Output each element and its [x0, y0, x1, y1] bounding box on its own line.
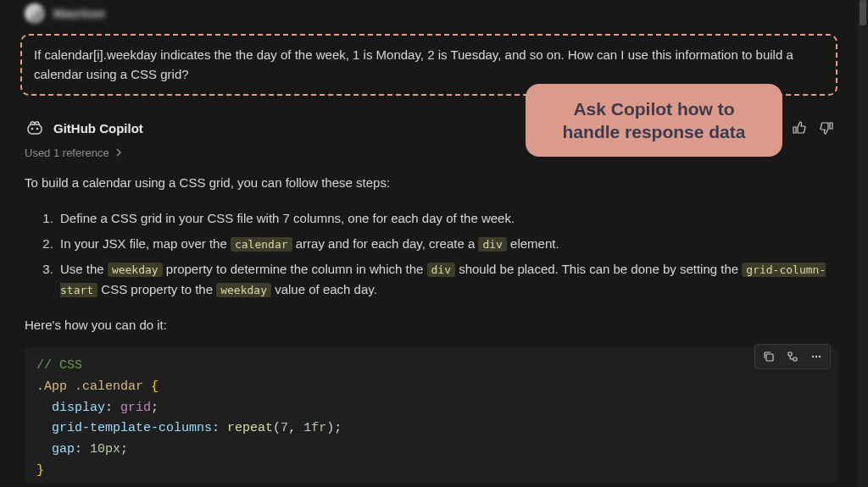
response-intro: To build a calendar using a CSS grid, yo…	[25, 173, 837, 193]
assistant-name: GitHub Copilot	[53, 121, 143, 136]
svg-point-2	[36, 128, 39, 130]
step-item: In your JSX file, map over the calendar …	[57, 234, 837, 254]
assistant-response: To build a calendar using a CSS grid, yo…	[20, 173, 837, 482]
svg-rect-3	[766, 354, 773, 361]
inline-code: weekday	[108, 263, 163, 277]
svg-rect-5	[793, 357, 797, 361]
annotation-callout: Ask Copilot how to handle response data	[526, 84, 782, 157]
code-block: // CSS .App .calendar { display: grid; g…	[25, 347, 837, 482]
inline-code: div	[478, 237, 506, 252]
thumbs-up-button[interactable]	[788, 118, 810, 138]
svg-point-6	[812, 356, 814, 357]
chevron-right-icon	[114, 147, 123, 159]
more-actions-button[interactable]	[804, 346, 828, 367]
svg-point-7	[815, 356, 817, 357]
references-label: Used 1 reference	[25, 147, 109, 159]
scrollbar-track[interactable]	[858, 0, 868, 487]
inline-code: weekday	[216, 283, 271, 297]
svg-point-8	[819, 356, 821, 357]
code-content[interactable]: // CSS .App .calendar { display: grid; g…	[36, 356, 826, 482]
step-item: Define a CSS grid in your CSS file with …	[57, 208, 837, 229]
step-item: Use the weekday property to determine th…	[57, 259, 837, 300]
copy-code-button[interactable]	[757, 346, 781, 367]
user-header: Mauricee	[20, 0, 837, 29]
code-toolbar	[754, 344, 831, 369]
svg-rect-4	[788, 352, 792, 356]
steps-list: Define a CSS grid in your CSS file with …	[25, 208, 837, 300]
scrollbar-thumb[interactable]	[860, 0, 866, 25]
svg-point-1	[31, 128, 34, 130]
inline-code: calendar	[231, 237, 292, 252]
user-avatar	[25, 3, 45, 24]
assistant-identity: GitHub Copilot	[25, 118, 143, 138]
prompt-text: If calendar[i].weekday indicates the the…	[34, 47, 793, 81]
insert-code-button[interactable]	[781, 346, 804, 367]
inline-code: div	[427, 263, 455, 277]
user-name: Mauricee	[53, 7, 105, 20]
copilot-icon	[25, 118, 45, 138]
svg-rect-0	[28, 125, 42, 134]
thumbs-down-button[interactable]	[815, 118, 837, 138]
response-lead: Here's how you can do it:	[25, 315, 837, 335]
feedback-buttons	[788, 118, 837, 138]
callout-text: Ask Copilot how to handle response data	[542, 97, 765, 144]
